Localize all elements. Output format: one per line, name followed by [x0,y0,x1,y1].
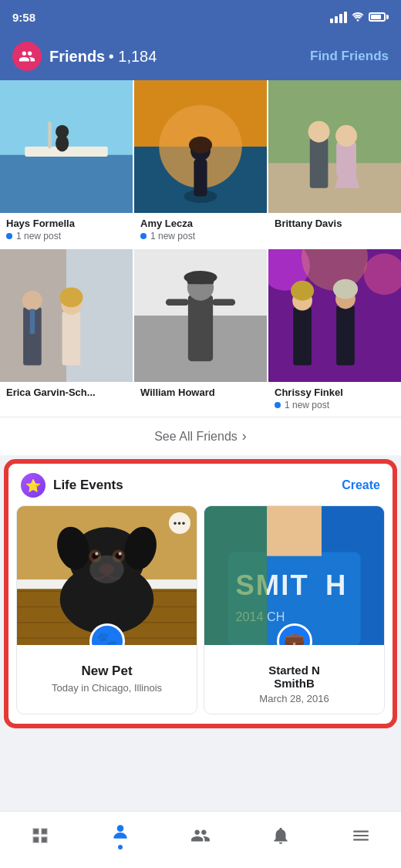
profile-nav-dot [118,845,123,849]
nav-item-friends[interactable] [177,822,224,849]
friend-photo-1 [0,80,133,213]
friend-photo-4 [0,249,133,382]
svg-rect-26 [62,312,81,366]
event-card-photo-1: ••• 🐾 [17,506,197,645]
friend-info-6: Chrissy Finkel 1 new post [268,382,401,417]
page-wrapper: 9:58 [0,0,401,788]
svg-rect-32 [188,295,213,361]
create-life-event-button[interactable]: Create [342,478,380,492]
svg-rect-11 [194,159,207,196]
svg-point-24 [22,291,42,311]
header-left: Friends • 1,184 [12,42,157,71]
wifi-icon [352,11,364,24]
see-all-container: See All Friends › [0,417,401,461]
app-header: Friends • 1,184 Find Friends [0,34,401,80]
svg-point-66 [89,556,124,583]
svg-rect-45 [336,306,355,365]
friend-new-post-2: 1 new post [140,231,261,241]
friend-cell-1[interactable]: Hays Formella 1 new post [0,80,133,248]
status-time: 9:58 [12,11,35,24]
event-card-subtitle-2: March 28, 2016 [212,693,376,704]
signal-bars-icon [330,12,347,23]
svg-text:H: H [325,569,345,601]
friend-name-2: Amy Lecza [140,218,261,229]
see-all-label: See All Friends [154,430,238,444]
friend-photo-5 [134,249,267,382]
life-events-title: Life Events [53,478,123,493]
friends-title: Friends [49,48,105,65]
svg-rect-35 [187,275,214,284]
nav-item-feed[interactable] [17,822,63,849]
svg-point-28 [59,287,83,307]
svg-rect-37 [212,299,235,306]
friends-header-icon [12,42,42,71]
svg-rect-42 [293,307,312,365]
nav-item-menu[interactable] [338,822,384,849]
life-events-section: ⭐ Life Events Create [6,461,395,726]
new-post-text-1: 1 new post [16,231,61,241]
friend-cell-3[interactable]: Brittany Davis [268,80,401,248]
svg-rect-15 [268,80,401,164]
svg-rect-17 [310,138,329,188]
svg-rect-19 [336,143,356,176]
friend-info-1: Hays Formella 1 new post [0,213,133,248]
svg-point-44 [291,281,314,301]
friend-photo-content-5 [134,249,267,382]
event-card-new-pet[interactable]: ••• 🐾 New Pet Today in Chicago, Illinois [16,505,197,714]
life-events-cards: ••• 🐾 New Pet Today in Chicago, Illinois [8,505,393,724]
new-post-text-2: 1 new post [150,231,195,241]
life-events-header-left: ⭐ Life Events [21,473,123,498]
svg-point-75 [117,825,124,832]
blue-dot-1 [6,233,12,239]
status-icons [330,11,389,24]
bell-icon [270,825,291,846]
nav-item-profile[interactable] [97,818,143,853]
friend-cell-2[interactable]: Amy Lecza 1 new post [134,80,267,248]
bottom-navigation [0,811,401,868]
friend-photo-6 [268,249,401,382]
nav-item-notifications[interactable] [258,822,304,849]
friend-photo-content-3 [268,80,401,213]
header-title: Friends • 1,184 [49,48,157,66]
see-all-friends-button[interactable]: See All Friends › [154,428,247,444]
friend-name-6: Chrissy Finkel [275,387,395,398]
friend-cell-6[interactable]: Chrissy Finkel 1 new post [268,249,401,417]
life-events-star-icon: ⭐ [21,473,45,498]
event-card-photo-2: SMIT H 2014 CH 💼 [204,506,384,645]
friends-nav-icon [190,825,211,846]
svg-point-13 [189,137,212,154]
event-card-info-2: Started NSmithB March 28, 2016 [204,645,384,714]
event-card-info-1: New Pet Today in Chicago, Illinois [17,645,197,703]
blue-dot-2 [140,233,147,239]
svg-point-63 [95,552,98,556]
find-friends-button[interactable]: Find Friends [310,49,389,64]
event-card-started-new[interactable]: SMIT H 2014 CH 💼 [204,505,385,714]
event-card-title-1: New Pet [25,664,189,679]
friend-name-3: Brittany Davis [275,218,395,229]
friend-cell-4[interactable]: Erica Garvin-Sch... [0,249,133,417]
friends-grid: Hays Formella 1 new post [0,80,401,417]
svg-rect-4 [48,122,51,148]
svg-point-47 [333,279,358,299]
friend-cell-5[interactable]: William Howard [134,249,267,417]
life-events-header: ⭐ Life Events Create [8,464,393,505]
blue-dot-6 [275,402,281,408]
svg-point-64 [119,552,122,556]
svg-point-20 [335,125,357,147]
status-bar: 9:58 [0,0,401,34]
friend-new-post-1: 1 new post [6,231,126,241]
friends-count: • 1,184 [109,48,157,65]
event-card-title-2: Started NSmithB [212,664,376,690]
friend-name-4: Erica Garvin-Sch... [6,387,126,398]
svg-rect-25 [30,309,35,333]
more-options-button-1[interactable]: ••• [169,512,190,534]
profile-icon [110,821,131,843]
friend-info-3: Brittany Davis [268,213,401,235]
new-post-text-6: 1 new post [285,400,329,410]
friend-photo-2 [134,80,267,213]
friend-name-1: Hays Formella [6,218,126,229]
friend-photo-content-1 [0,80,133,213]
svg-point-0 [357,19,359,22]
friend-info-4: Erica Garvin-Sch... [0,382,133,404]
friend-photo-content-4 [0,249,133,382]
